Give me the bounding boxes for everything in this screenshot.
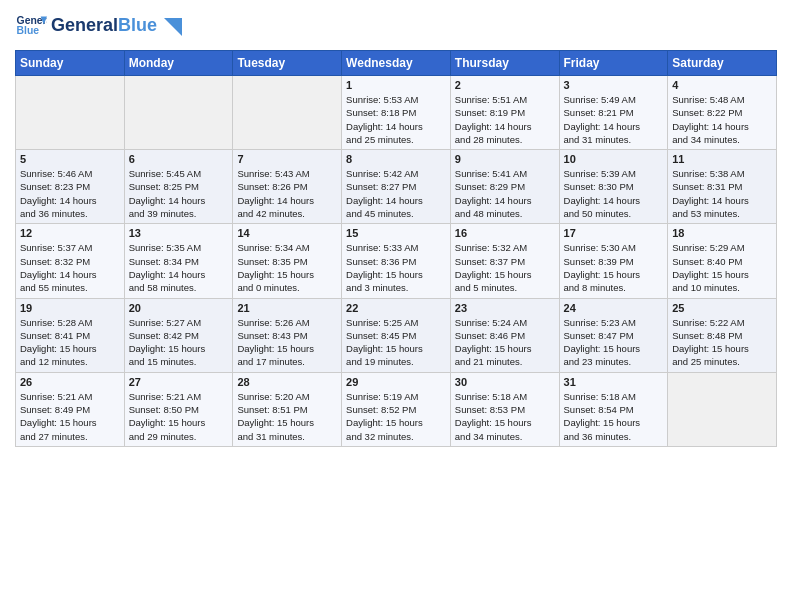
calendar-cell (124, 76, 233, 150)
day-number: 21 (237, 302, 337, 314)
day-number: 18 (672, 227, 772, 239)
day-number: 5 (20, 153, 120, 165)
day-info: Sunrise: 5:49 AM Sunset: 8:21 PM Dayligh… (564, 93, 664, 146)
day-info: Sunrise: 5:20 AM Sunset: 8:51 PM Dayligh… (237, 390, 337, 443)
weekday-header-row: SundayMondayTuesdayWednesdayThursdayFrid… (16, 51, 777, 76)
day-info: Sunrise: 5:53 AM Sunset: 8:18 PM Dayligh… (346, 93, 446, 146)
day-info: Sunrise: 5:48 AM Sunset: 8:22 PM Dayligh… (672, 93, 772, 146)
calendar-cell: 29Sunrise: 5:19 AM Sunset: 8:52 PM Dayli… (342, 372, 451, 446)
svg-text:Blue: Blue (17, 25, 40, 36)
day-number: 20 (129, 302, 229, 314)
day-info: Sunrise: 5:45 AM Sunset: 8:25 PM Dayligh… (129, 167, 229, 220)
day-number: 8 (346, 153, 446, 165)
day-number: 29 (346, 376, 446, 388)
day-info: Sunrise: 5:22 AM Sunset: 8:48 PM Dayligh… (672, 316, 772, 369)
calendar-cell: 12Sunrise: 5:37 AM Sunset: 8:32 PM Dayli… (16, 224, 125, 298)
calendar-cell: 27Sunrise: 5:21 AM Sunset: 8:50 PM Dayli… (124, 372, 233, 446)
calendar-cell: 6Sunrise: 5:45 AM Sunset: 8:25 PM Daylig… (124, 150, 233, 224)
day-number: 11 (672, 153, 772, 165)
calendar-cell (16, 76, 125, 150)
day-number: 3 (564, 79, 664, 91)
calendar-cell (668, 372, 777, 446)
day-info: Sunrise: 5:24 AM Sunset: 8:46 PM Dayligh… (455, 316, 555, 369)
day-info: Sunrise: 5:19 AM Sunset: 8:52 PM Dayligh… (346, 390, 446, 443)
logo-triangle-icon (164, 18, 182, 36)
day-info: Sunrise: 5:43 AM Sunset: 8:26 PM Dayligh… (237, 167, 337, 220)
day-info: Sunrise: 5:51 AM Sunset: 8:19 PM Dayligh… (455, 93, 555, 146)
calendar-cell: 1Sunrise: 5:53 AM Sunset: 8:18 PM Daylig… (342, 76, 451, 150)
day-number: 9 (455, 153, 555, 165)
calendar-cell: 15Sunrise: 5:33 AM Sunset: 8:36 PM Dayli… (342, 224, 451, 298)
day-number: 17 (564, 227, 664, 239)
day-number: 14 (237, 227, 337, 239)
calendar-cell: 26Sunrise: 5:21 AM Sunset: 8:49 PM Dayli… (16, 372, 125, 446)
week-row-2: 5Sunrise: 5:46 AM Sunset: 8:23 PM Daylig… (16, 150, 777, 224)
day-number: 12 (20, 227, 120, 239)
calendar-cell: 8Sunrise: 5:42 AM Sunset: 8:27 PM Daylig… (342, 150, 451, 224)
calendar-cell: 3Sunrise: 5:49 AM Sunset: 8:21 PM Daylig… (559, 76, 668, 150)
day-info: Sunrise: 5:28 AM Sunset: 8:41 PM Dayligh… (20, 316, 120, 369)
weekday-header-thursday: Thursday (450, 51, 559, 76)
calendar-cell: 13Sunrise: 5:35 AM Sunset: 8:34 PM Dayli… (124, 224, 233, 298)
logo-icon: General Blue (15, 10, 47, 42)
logo-text: GeneralBlue (51, 16, 182, 35)
day-number: 2 (455, 79, 555, 91)
calendar-cell: 18Sunrise: 5:29 AM Sunset: 8:40 PM Dayli… (668, 224, 777, 298)
day-number: 23 (455, 302, 555, 314)
weekday-header-wednesday: Wednesday (342, 51, 451, 76)
day-info: Sunrise: 5:18 AM Sunset: 8:54 PM Dayligh… (564, 390, 664, 443)
day-info: Sunrise: 5:37 AM Sunset: 8:32 PM Dayligh… (20, 241, 120, 294)
day-info: Sunrise: 5:21 AM Sunset: 8:49 PM Dayligh… (20, 390, 120, 443)
day-info: Sunrise: 5:25 AM Sunset: 8:45 PM Dayligh… (346, 316, 446, 369)
calendar-cell: 24Sunrise: 5:23 AM Sunset: 8:47 PM Dayli… (559, 298, 668, 372)
day-number: 26 (20, 376, 120, 388)
day-number: 30 (455, 376, 555, 388)
day-number: 22 (346, 302, 446, 314)
logo: General Blue GeneralBlue (15, 10, 182, 42)
day-number: 31 (564, 376, 664, 388)
day-info: Sunrise: 5:30 AM Sunset: 8:39 PM Dayligh… (564, 241, 664, 294)
day-info: Sunrise: 5:38 AM Sunset: 8:31 PM Dayligh… (672, 167, 772, 220)
week-row-3: 12Sunrise: 5:37 AM Sunset: 8:32 PM Dayli… (16, 224, 777, 298)
day-info: Sunrise: 5:26 AM Sunset: 8:43 PM Dayligh… (237, 316, 337, 369)
calendar-cell: 21Sunrise: 5:26 AM Sunset: 8:43 PM Dayli… (233, 298, 342, 372)
page-header: General Blue GeneralBlue (15, 10, 777, 42)
weekday-header-friday: Friday (559, 51, 668, 76)
day-number: 1 (346, 79, 446, 91)
weekday-header-sunday: Sunday (16, 51, 125, 76)
day-info: Sunrise: 5:41 AM Sunset: 8:29 PM Dayligh… (455, 167, 555, 220)
day-info: Sunrise: 5:23 AM Sunset: 8:47 PM Dayligh… (564, 316, 664, 369)
day-number: 24 (564, 302, 664, 314)
day-number: 28 (237, 376, 337, 388)
calendar-cell: 30Sunrise: 5:18 AM Sunset: 8:53 PM Dayli… (450, 372, 559, 446)
day-number: 6 (129, 153, 229, 165)
day-info: Sunrise: 5:21 AM Sunset: 8:50 PM Dayligh… (129, 390, 229, 443)
day-info: Sunrise: 5:18 AM Sunset: 8:53 PM Dayligh… (455, 390, 555, 443)
calendar-cell (233, 76, 342, 150)
day-number: 10 (564, 153, 664, 165)
calendar-cell: 22Sunrise: 5:25 AM Sunset: 8:45 PM Dayli… (342, 298, 451, 372)
day-info: Sunrise: 5:42 AM Sunset: 8:27 PM Dayligh… (346, 167, 446, 220)
weekday-header-tuesday: Tuesday (233, 51, 342, 76)
weekday-header-saturday: Saturday (668, 51, 777, 76)
calendar-cell: 20Sunrise: 5:27 AM Sunset: 8:42 PM Dayli… (124, 298, 233, 372)
day-info: Sunrise: 5:46 AM Sunset: 8:23 PM Dayligh… (20, 167, 120, 220)
day-number: 27 (129, 376, 229, 388)
week-row-1: 1Sunrise: 5:53 AM Sunset: 8:18 PM Daylig… (16, 76, 777, 150)
calendar-table: SundayMondayTuesdayWednesdayThursdayFrid… (15, 50, 777, 447)
day-number: 7 (237, 153, 337, 165)
day-info: Sunrise: 5:39 AM Sunset: 8:30 PM Dayligh… (564, 167, 664, 220)
calendar-cell: 7Sunrise: 5:43 AM Sunset: 8:26 PM Daylig… (233, 150, 342, 224)
calendar-cell: 10Sunrise: 5:39 AM Sunset: 8:30 PM Dayli… (559, 150, 668, 224)
calendar-cell: 28Sunrise: 5:20 AM Sunset: 8:51 PM Dayli… (233, 372, 342, 446)
calendar-cell: 14Sunrise: 5:34 AM Sunset: 8:35 PM Dayli… (233, 224, 342, 298)
day-info: Sunrise: 5:29 AM Sunset: 8:40 PM Dayligh… (672, 241, 772, 294)
calendar-cell: 31Sunrise: 5:18 AM Sunset: 8:54 PM Dayli… (559, 372, 668, 446)
day-info: Sunrise: 5:35 AM Sunset: 8:34 PM Dayligh… (129, 241, 229, 294)
day-info: Sunrise: 5:34 AM Sunset: 8:35 PM Dayligh… (237, 241, 337, 294)
day-number: 15 (346, 227, 446, 239)
day-number: 19 (20, 302, 120, 314)
calendar-cell: 4Sunrise: 5:48 AM Sunset: 8:22 PM Daylig… (668, 76, 777, 150)
day-info: Sunrise: 5:33 AM Sunset: 8:36 PM Dayligh… (346, 241, 446, 294)
svg-marker-3 (164, 18, 182, 36)
